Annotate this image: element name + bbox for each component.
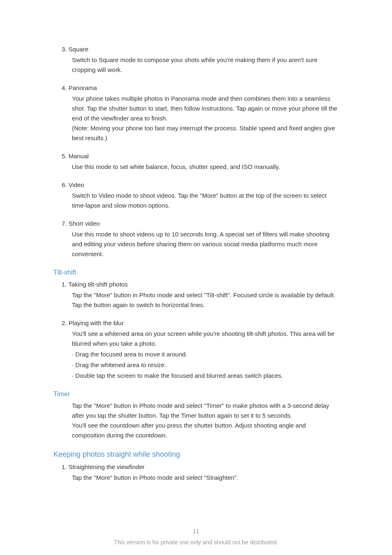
item-paragraph: Use this mode to set white balance, focu…: [72, 162, 339, 172]
list-item-5: 5. Manual Use this mode to set white bal…: [53, 151, 339, 172]
item-number: 7.: [62, 220, 67, 227]
item-paragraph: Tap the "More" button in Photo mode and …: [72, 290, 339, 310]
item-number: 1.: [62, 281, 67, 288]
page-footer: 11 This version is for private use only …: [0, 527, 392, 547]
item-name: Short video: [69, 220, 100, 227]
page-number: 11: [0, 527, 392, 536]
item-body: Switch to Video mode to shoot videos. Ta…: [53, 191, 339, 210]
item-title: 3. Square: [53, 44, 339, 54]
item-name: Taking tilt-shift photos: [68, 281, 127, 288]
item-number: 4.: [62, 84, 67, 91]
item-paragraph: You'll see a whitened area on your scree…: [72, 329, 339, 349]
item-number: 6.: [62, 181, 67, 188]
item-paragraph: Tap the "More" button in Photo mode and …: [72, 401, 339, 421]
item-bullet: · Drag the whitened area to resize.: [72, 360, 339, 370]
item-number: 3.: [62, 46, 67, 53]
item-title: 4. Panorama: [53, 83, 339, 93]
list-item-3: 3. Square Switch to Square mode to compo…: [53, 44, 339, 75]
list-item-4: 4. Panorama Your phone takes multiple ph…: [53, 83, 339, 143]
item-paragraph: Switch to Video mode to shoot videos. Ta…: [72, 191, 339, 210]
list-item-6: 6. Video Switch to Video mode to shoot v…: [53, 180, 339, 210]
item-paragraph: Switch to Square mode to compose your sh…: [72, 55, 339, 75]
tiltshift-item-2: 2. Playing with the blur You'll see a wh…: [53, 318, 339, 381]
item-name: Video: [69, 181, 84, 188]
item-title: 7. Short video: [53, 219, 339, 229]
tiltshift-item-1: 1. Taking tilt-shift photos Tap the "Mor…: [53, 280, 339, 310]
item-paragraph: Your phone takes multiple photos in Pano…: [72, 94, 339, 123]
section-heading-keeping-straight: Keeping photos straight while shooting: [53, 449, 339, 460]
item-paragraph: You'll see the countdown after you press…: [72, 421, 339, 440]
item-body: You'll see a whitened area on your scree…: [53, 329, 339, 381]
section-heading-tilt-shift: Tilt-shift: [53, 267, 339, 278]
item-body: Tap the "More" button in Photo mode and …: [53, 473, 339, 483]
item-body: Your phone takes multiple photos in Pano…: [53, 94, 339, 143]
item-name: Panorama: [69, 84, 97, 91]
item-paragraph: (Note: Moving your phone too fast may in…: [72, 123, 339, 143]
item-title: 2. Playing with the blur: [53, 318, 339, 328]
item-name: Straightening the viewfinder: [69, 463, 145, 470]
section-heading-timer: Timer: [53, 389, 339, 400]
item-name: Manual: [69, 153, 89, 160]
item-title: 6. Video: [53, 180, 339, 190]
item-name: Square: [69, 46, 88, 53]
item-title: 5. Manual: [53, 151, 339, 161]
item-name: Playing with the blur: [69, 319, 124, 326]
item-paragraph: Use this mode to shoot videos up to 10 s…: [72, 229, 339, 259]
item-bullet: · Double tap the screen to make the focu…: [72, 371, 339, 381]
item-title: 1. Taking tilt-shift photos: [53, 280, 339, 289]
item-body: Use this mode to shoot videos up to 10 s…: [53, 229, 339, 259]
list-item-7: 7. Short video Use this mode to shoot vi…: [53, 219, 339, 259]
timer-item: Tap the "More" button in Photo mode and …: [53, 401, 339, 440]
item-body: Tap the "More" button in Photo mode and …: [53, 290, 339, 310]
item-title: 1. Straightening the viewfinder: [53, 462, 339, 472]
item-body: Switch to Square mode to compose your sh…: [53, 55, 339, 75]
item-paragraph: Tap the "More" button in Photo mode and …: [72, 473, 339, 483]
item-number: 1.: [62, 463, 67, 470]
item-number: 5.: [62, 153, 67, 160]
footer-notice: This version is for private use only and…: [0, 538, 392, 547]
item-body: Use this mode to set white balance, focu…: [53, 162, 339, 172]
item-body: Tap the "More" button in Photo mode and …: [53, 401, 339, 440]
keeping-item-1: 1. Straightening the viewfinder Tap the …: [53, 462, 339, 483]
item-number: 2.: [62, 319, 67, 326]
item-bullet: · Drag the focused area to move it aroun…: [72, 349, 339, 359]
